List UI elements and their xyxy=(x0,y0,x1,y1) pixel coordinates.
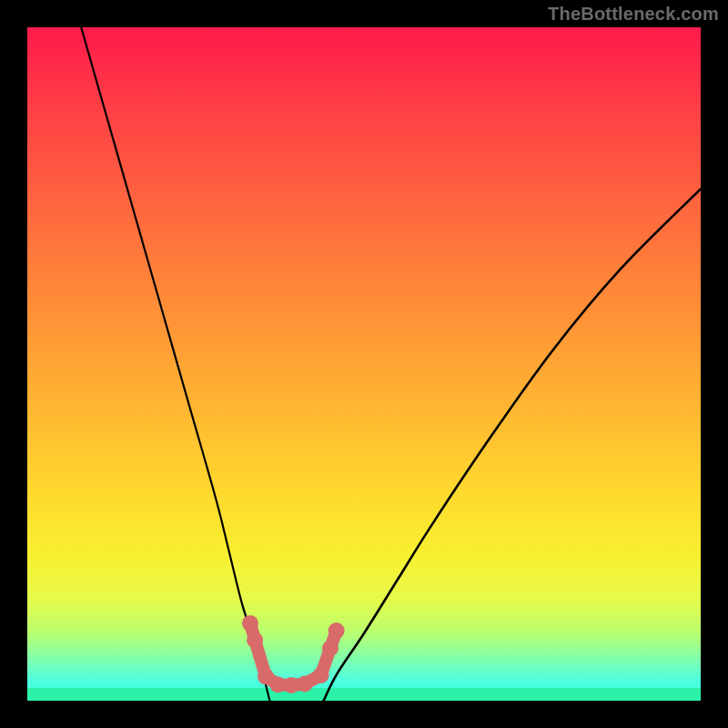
marker-point xyxy=(297,676,313,693)
curves-svg xyxy=(27,27,701,701)
marker-point xyxy=(242,615,258,632)
marker-point xyxy=(313,667,329,683)
marker-point xyxy=(322,640,339,656)
left-curve xyxy=(81,27,269,701)
watermark-text: TheBottleneck.com xyxy=(548,4,719,25)
chart-frame: TheBottleneck.com xyxy=(0,0,728,728)
marker-point xyxy=(329,622,345,639)
marker-point xyxy=(247,632,263,648)
plot-area xyxy=(27,27,701,701)
right-curve xyxy=(324,189,701,701)
